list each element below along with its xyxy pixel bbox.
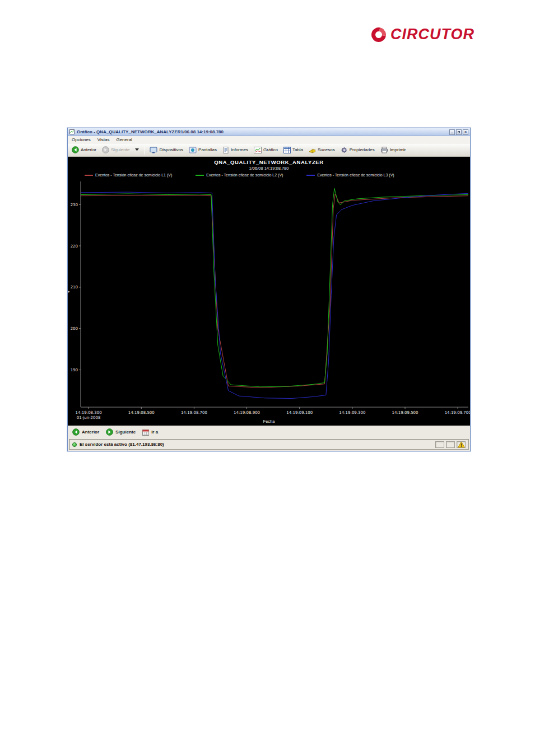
document-page: { "page": { "logo_text": "CIRCUTOR" }, "… xyxy=(0,0,535,756)
chart-area: QNA_QUALITY_NETWORK_ANALYZER 1/06/08 14:… xyxy=(68,157,470,426)
events-icon xyxy=(309,147,316,153)
goto-label: Ir a xyxy=(151,430,158,435)
print-icon xyxy=(380,147,388,153)
svg-text:190: 190 xyxy=(71,368,78,372)
toolbar-label-grafico: Gráfico xyxy=(263,147,278,152)
menu-item-general[interactable]: General xyxy=(116,137,132,142)
svg-text:230: 230 xyxy=(71,203,78,207)
x-axis-label: Fecha xyxy=(68,419,470,424)
status-bar: El servidor está activo (81.47.193.86:80… xyxy=(69,439,469,450)
toolbar-button-propiedades[interactable]: Propiedades xyxy=(339,146,376,155)
goto-button[interactable]: Ir a xyxy=(142,429,158,436)
toolbar-label-anterior: Anterior xyxy=(81,147,96,152)
toolbar-button-sucesos[interactable]: Sucesos xyxy=(307,146,337,155)
chevron-down-icon xyxy=(135,148,139,151)
svg-text:14:19:08.300: 14:19:08.300 xyxy=(76,410,102,415)
svg-text:220: 220 xyxy=(71,244,78,249)
forward-icon-disabled xyxy=(102,146,109,153)
close-icon: × xyxy=(464,130,467,134)
svg-text:14:19:08.500: 14:19:08.500 xyxy=(128,410,155,415)
toolbar-button-imprimir[interactable]: Imprimir xyxy=(379,146,408,155)
properties-gear-icon xyxy=(341,147,348,153)
toolbar-label-pantallas: Pantallas xyxy=(198,147,217,152)
svg-text:14:19:09.500: 14:19:09.500 xyxy=(392,410,418,415)
svg-text:14:19:09.300: 14:19:09.300 xyxy=(339,410,365,415)
svg-text:14:19:09.100: 14:19:09.100 xyxy=(286,410,313,415)
toolbar-label-sucesos: Sucesos xyxy=(318,147,335,152)
toolbar-separator xyxy=(144,146,145,155)
table-icon xyxy=(283,147,291,153)
svg-text:200: 200 xyxy=(71,326,78,331)
toolbar-label-informes: Informes xyxy=(231,147,248,152)
toolbar-label-imprimir: Imprimir xyxy=(390,147,406,152)
minimize-icon xyxy=(451,133,453,133)
menu-bar: Opciones Vistas General xyxy=(68,136,470,143)
toolbar-button-siguiente[interactable]: Siguiente xyxy=(100,145,131,155)
toolbar-label-siguiente: Siguiente xyxy=(111,147,129,152)
toolbar-label-propiedades: Propiedades xyxy=(350,147,375,152)
window-chart-icon xyxy=(69,129,75,134)
warning-icon xyxy=(458,441,465,448)
restore-icon xyxy=(458,131,460,133)
toolbar-button-pantallas[interactable]: Pantallas xyxy=(187,146,218,155)
chart-plot[interactable]: 19020021022023014:19:08.30001-jun-200814… xyxy=(68,157,470,426)
back-icon xyxy=(72,146,79,153)
server-status-text: El servidor está activo (81.47.193.86:80… xyxy=(80,442,164,447)
toolbar-label-tabla: Tabla xyxy=(292,147,303,152)
nav-anterior-button[interactable]: Anterior xyxy=(72,428,99,436)
restore-button[interactable] xyxy=(456,129,462,135)
toolbar-button-dispositivos[interactable]: Dispositivos xyxy=(148,146,185,155)
toolbar-dropdown[interactable] xyxy=(133,147,141,152)
toolbar-button-tabla[interactable]: Tabla xyxy=(282,146,305,155)
status-warning-cell xyxy=(457,441,466,448)
bottom-nav-bar: Anterior Siguiente Ir a xyxy=(68,426,470,438)
toolbar-button-anterior[interactable]: Anterior xyxy=(70,145,98,155)
menu-item-vistas[interactable]: Vistas xyxy=(97,137,110,142)
svg-text:14:19:09.700: 14:19:09.700 xyxy=(445,410,470,415)
svg-text:14:19:08.900: 14:19:08.900 xyxy=(234,410,260,415)
forward-icon xyxy=(106,428,113,436)
toolbar-label-dispositivos: Dispositivos xyxy=(159,147,183,152)
close-button[interactable]: × xyxy=(463,129,468,135)
toolbar-button-grafico[interactable]: Gráfico xyxy=(252,146,280,155)
svg-text:14:19:08.700: 14:19:08.700 xyxy=(181,410,207,415)
screens-icon xyxy=(189,147,197,153)
toolbar: Anterior Siguiente Dispositivos Pantalla… xyxy=(68,143,470,157)
app-window: Gráfico - QNA_QUALITY_NETWORK_ANALYZER1/… xyxy=(67,128,471,451)
brand-logo-text: CIRCUTOR xyxy=(390,26,474,43)
menu-item-opciones[interactable]: Opciones xyxy=(72,137,91,142)
window-title: Gráfico - QNA_QUALITY_NETWORK_ANALYZER1/… xyxy=(77,129,447,134)
calendar-icon xyxy=(142,429,149,436)
svg-text:210: 210 xyxy=(71,285,78,290)
minimize-button[interactable] xyxy=(449,129,455,135)
brand-logo-icon xyxy=(369,24,389,44)
nav-anterior-label: Anterior xyxy=(82,430,99,435)
status-cell-1 xyxy=(435,441,444,448)
devices-icon xyxy=(150,147,157,153)
nav-siguiente-label: Siguiente xyxy=(115,430,136,435)
status-right-cells xyxy=(435,441,466,448)
back-icon xyxy=(72,428,80,436)
reports-icon xyxy=(222,147,229,153)
brand-logo: CIRCUTOR xyxy=(371,26,474,43)
chart-icon xyxy=(254,147,262,153)
title-bar[interactable]: Gráfico - QNA_QUALITY_NETWORK_ANALYZER1/… xyxy=(68,128,470,136)
toolbar-button-informes[interactable]: Informes xyxy=(221,146,250,155)
nav-siguiente-button[interactable]: Siguiente xyxy=(106,428,136,436)
server-status-led-icon xyxy=(72,442,77,447)
status-cell-2 xyxy=(446,441,455,448)
